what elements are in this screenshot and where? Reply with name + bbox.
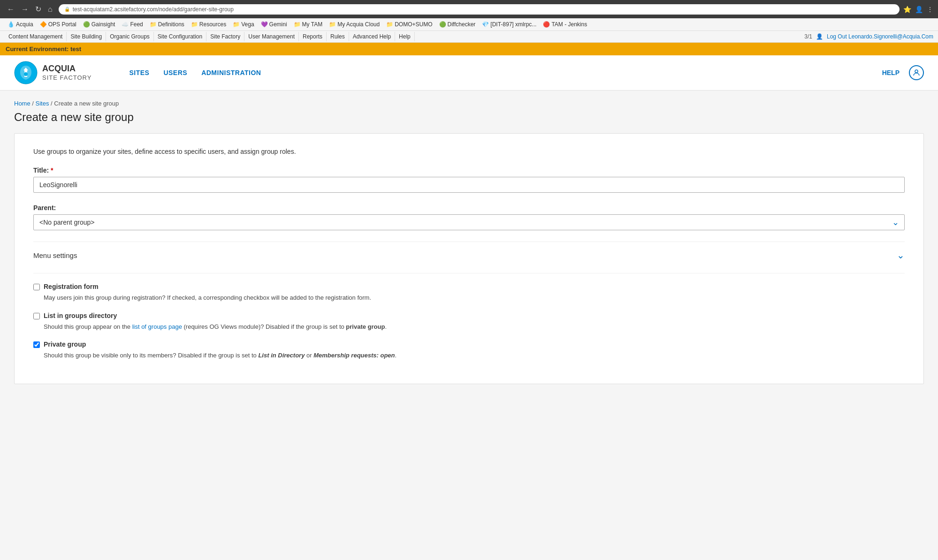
browser-chrome: ← → ↻ ⌂ 🔒 test-acquiatam2.acsitefactory.… (0, 0, 938, 18)
menu-settings-section[interactable]: Menu settings ⌄ (33, 242, 905, 268)
bookmark-acquia-label: Acquia (16, 21, 33, 28)
breadcrumb-sites[interactable]: Sites (36, 100, 49, 107)
private-group-desc-mid: or (305, 352, 313, 359)
list-in-groups-desc-after: (requires OG Views module)? Disabled if … (182, 323, 346, 330)
bookmark-gemini[interactable]: 💜 Gemini (258, 20, 290, 29)
menu-icon[interactable]: ⋮ (927, 6, 933, 13)
home-button[interactable]: ⌂ (46, 4, 55, 15)
bookmark-my-acquia-cloud[interactable]: 📁 My Acquia Cloud (326, 20, 382, 29)
nav-users[interactable]: USERS (163, 69, 187, 76)
admin-rules[interactable]: Rules (327, 32, 349, 41)
bookmark-resources[interactable]: 📁 Resources (188, 20, 229, 29)
vega-icon: 📁 (233, 21, 240, 28)
bookmark-resources-label: Resources (199, 21, 226, 28)
admin-toolbar: Content Management Site Building Organic… (0, 31, 938, 43)
diffchecker-icon: 🟢 (439, 21, 446, 28)
logo-site-factory: SITE FACTORY (42, 74, 92, 82)
breadcrumb-home[interactable]: Home (14, 100, 31, 107)
bookmark-gainsight-label: Gainsight (92, 21, 115, 28)
user-account-icon[interactable] (909, 65, 924, 80)
breadcrumb-sep1: / (31, 100, 36, 107)
private-group-italic1: List in Directory (258, 352, 305, 359)
acquia-icon: 💧 (8, 21, 15, 28)
address-bar[interactable]: 🔒 test-acquiatam2.acsitefactory.com/node… (59, 4, 900, 15)
registration-form-group: Registration form May users join this gr… (33, 283, 905, 303)
profile-icon[interactable]: 👤 (915, 6, 923, 13)
private-group-bold: private group (346, 323, 385, 330)
environment-banner-text: Current Environment: test (6, 45, 81, 53)
admin-site-building[interactable]: Site Building (67, 32, 106, 41)
back-button[interactable]: ← (5, 4, 17, 15)
list-in-groups-label[interactable]: List in groups directory (33, 312, 905, 319)
bookmark-feed-label: Feed (130, 21, 143, 28)
bookmark-feed[interactable]: ☁️ Feed (119, 20, 145, 29)
list-in-groups-checkbox[interactable] (33, 313, 40, 319)
admin-help[interactable]: Help (395, 32, 415, 41)
admin-user-management[interactable]: User Management (244, 32, 299, 41)
browser-toolbar-icons: ⭐ 👤 ⋮ (903, 6, 933, 13)
title-input[interactable] (33, 177, 905, 193)
extensions-icon[interactable]: ⭐ (903, 6, 911, 13)
bookmark-dit-label: [DIT-897] xmlrpc... (490, 21, 536, 28)
parent-label: Parent: (33, 204, 905, 212)
admin-site-configuration[interactable]: Site Configuration (154, 32, 206, 41)
admin-reports[interactable]: Reports (299, 32, 327, 41)
list-in-groups-group: List in groups directory Should this gro… (33, 312, 905, 332)
bookmark-dit[interactable]: 💎 [DIT-897] xmlrpc... (479, 20, 539, 29)
logo-text: ACQUIA SITE FACTORY (42, 64, 92, 81)
title-label-text: Title: (33, 166, 49, 174)
bookmark-tam-jenkins[interactable]: 🔴 TAM - Jenkins (540, 20, 590, 29)
acquia-logo-icon (14, 61, 38, 84)
logo-acquia: ACQUIA (42, 64, 92, 74)
admin-advanced-help[interactable]: Advanced Help (349, 32, 395, 41)
breadcrumb: Home / Sites / Create a new site group (14, 100, 924, 107)
forward-button[interactable]: → (19, 4, 31, 15)
bookmark-definitions[interactable]: 📁 Definitions (147, 20, 187, 29)
browser-nav-buttons: ← → ↻ ⌂ (5, 4, 55, 15)
private-group-desc-before: Should this group be visible only to its… (44, 352, 258, 359)
bookmark-ops-portal[interactable]: 🔶 OPS Portal (37, 20, 79, 29)
help-link[interactable]: HELP (882, 69, 900, 76)
private-group-italic2: Membership requests: open (313, 352, 395, 359)
registration-form-label-text: Registration form (44, 283, 99, 290)
page-content: Home / Sites / Create a new site group C… (0, 91, 938, 394)
nav-administration[interactable]: ADMINISTRATION (201, 69, 261, 76)
list-in-groups-label-text: List in groups directory (44, 312, 117, 319)
logout-link[interactable]: Log Out Leonardo.Signorelli@Acquia.Com (827, 33, 933, 40)
nav-sites[interactable]: SITES (129, 69, 149, 76)
registration-form-label[interactable]: Registration form (33, 283, 905, 290)
site-nav: SITES USERS ADMINISTRATION (129, 69, 261, 76)
parent-select-wrapper: <No parent group> ⌄ (33, 214, 905, 230)
title-field-group: Title: * (33, 166, 905, 193)
bookmark-vega[interactable]: 📁 Vega (230, 20, 257, 29)
parent-select[interactable]: <No parent group> (33, 214, 905, 230)
admin-content-management[interactable]: Content Management (5, 32, 67, 41)
gainsight-icon: 🟢 (83, 21, 90, 28)
site-logo[interactable]: ACQUIA SITE FACTORY (14, 61, 92, 84)
bookmark-my-tam[interactable]: 📁 My TAM (291, 20, 326, 29)
private-group-desc: Should this group be visible only to its… (44, 351, 905, 360)
registration-form-desc: May users join this group during registr… (44, 293, 905, 303)
feed-icon: ☁️ (122, 21, 129, 28)
user-icon-admin: 👤 (816, 33, 823, 40)
admin-toolbar-right: 3/1 👤 Log Out Leonardo.Signorelli@Acquia… (804, 33, 933, 40)
registration-form-checkbox[interactable] (33, 284, 40, 290)
bookmark-diffchecker[interactable]: 🟢 Diffchecker (436, 20, 479, 29)
private-group-label[interactable]: Private group (33, 341, 905, 348)
list-in-groups-desc-before: Should this group appear on the (44, 323, 132, 330)
admin-organic-groups[interactable]: Organic Groups (106, 32, 154, 41)
list-of-groups-page-link[interactable]: list of groups page (132, 323, 182, 330)
admin-site-factory[interactable]: Site Factory (206, 32, 244, 41)
address-text: test-acquiatam2.acsitefactory.com/node/a… (73, 6, 894, 13)
required-star: * (51, 166, 53, 174)
bookmark-ops-label: OPS Portal (48, 21, 76, 28)
svg-point-2 (915, 70, 918, 73)
bookmark-my-tam-label: My TAM (302, 21, 323, 28)
bookmark-acquia[interactable]: 💧 Acquia (5, 20, 36, 29)
bookmark-gainsight[interactable]: 🟢 Gainsight (80, 20, 118, 29)
resources-icon: 📁 (191, 21, 198, 28)
bookmark-domo-sumo[interactable]: 📁 DOMO+SUMO (383, 20, 435, 29)
form-description: Use groups to organize your sites, defin… (33, 148, 905, 155)
refresh-button[interactable]: ↻ (33, 4, 44, 15)
private-group-checkbox[interactable] (33, 341, 40, 348)
